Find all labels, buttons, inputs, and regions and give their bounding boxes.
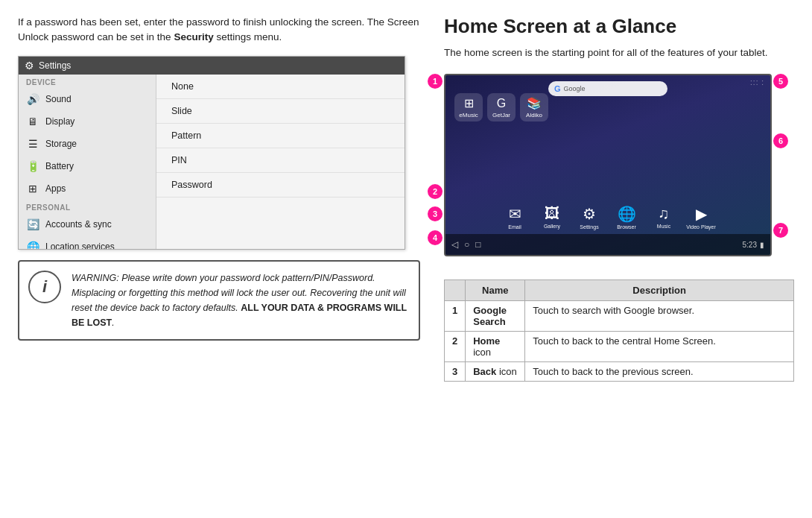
name-col-header: Name xyxy=(466,280,525,301)
tablet-nav-icons: ◁ ○ □ xyxy=(451,239,481,250)
callout-3: 3 xyxy=(428,206,443,221)
settings-item-apps[interactable]: ⊞ Apps xyxy=(19,177,156,200)
row-num-2: 2 xyxy=(445,332,466,362)
table-row: 2 Home icon Touch to back to the central… xyxy=(445,332,794,362)
storage-label: Storage xyxy=(45,139,77,149)
callout-4: 4 xyxy=(428,230,443,245)
left-column: If a password has been set, enter the pa… xyxy=(18,15,420,503)
sound-label: Sound xyxy=(45,94,72,104)
callout-7: 7 xyxy=(773,223,788,238)
settings-item-display[interactable]: 🖥 Display xyxy=(19,110,156,133)
row-desc-2: Touch to back to the central Home Screen… xyxy=(525,332,794,362)
page-title: Home Screen at a Glance xyxy=(444,15,794,38)
display-label: Display xyxy=(45,116,74,127)
callout-5: 5 xyxy=(773,74,788,89)
section-subtext: The home screen is the starting point fo… xyxy=(444,45,794,60)
settings-screenshot: ⚙ Settings DEVICE 🔊 Sound 🖥 Display xyxy=(18,56,405,250)
email-app-icon: ✉ Email xyxy=(499,201,530,233)
row-num-1: 1 xyxy=(445,301,466,332)
row-name-3: Back icon xyxy=(466,362,525,382)
settings-item-battery[interactable]: 🔋 Battery xyxy=(19,155,156,177)
intro-paragraph: If a password has been set, enter the pa… xyxy=(18,15,420,45)
settings-sidebar: DEVICE 🔊 Sound 🖥 Display ☰ Storage 🔋 xyxy=(19,75,156,250)
tablet-back-icon: ◁ xyxy=(451,239,458,250)
google-search-text: Google xyxy=(564,85,586,92)
settings-item-storage[interactable]: ☰ Storage xyxy=(19,133,156,155)
info-icon: i xyxy=(28,271,61,303)
emusic-icon: ⊞ eMusic xyxy=(454,93,483,121)
apps-label: Apps xyxy=(45,183,66,194)
grid-dots: ::: : xyxy=(750,78,764,86)
settings-title: Settings xyxy=(39,60,71,71)
location-icon: 🌐 xyxy=(26,241,39,250)
settings-titlebar: ⚙ Settings xyxy=(19,57,405,75)
desc-col-header: Description xyxy=(525,280,794,301)
row-desc-3: Touch to back to the previous screen. xyxy=(525,362,794,382)
video-player-app-icon: ▶ Video Player xyxy=(685,201,717,233)
tablet-bottom-bar: ◁ ○ □ 5:23 ▮ xyxy=(445,234,770,255)
num-col-header xyxy=(445,280,466,301)
description-table: Name Description 1 Google Search Touch t… xyxy=(444,279,794,382)
sound-icon: 🔊 xyxy=(26,93,39,105)
aldiko-icon: 📚 Aldiko xyxy=(520,93,548,121)
browser-app-icon: 🌐 Browser xyxy=(611,201,642,233)
table-row: 3 Back icon Touch to back to the previou… xyxy=(445,362,794,382)
right-column: Home Screen at a Glance The home screen … xyxy=(444,15,794,503)
callout-2: 2 xyxy=(428,184,443,199)
settings-app-icon: ⚙ Settings xyxy=(574,201,605,233)
warning-box: i WARNING: Please write down your passwo… xyxy=(18,260,420,341)
tablet-status-right: 5:23 ▮ xyxy=(743,241,764,249)
settings-item-accounts[interactable]: 🔄 Accounts & sync xyxy=(19,213,156,236)
warning-text: WARNING: Please write down your password… xyxy=(72,271,410,330)
tablet-recents-icon: □ xyxy=(475,239,480,250)
battery-label: Battery xyxy=(45,161,74,171)
accounts-icon: 🔄 xyxy=(26,218,39,230)
option-slide[interactable]: Slide xyxy=(156,99,405,124)
tablet-clock: 5:23 xyxy=(743,241,757,249)
google-g-letter: G xyxy=(554,84,561,93)
option-none[interactable]: None xyxy=(156,75,405,99)
table-row: 1 Google Search Touch to search with Goo… xyxy=(445,301,794,332)
settings-options-panel: None Slide Pattern PIN Password xyxy=(156,75,405,250)
app-icons-bottom-row: ✉ Email 🖼 Gallery ⚙ Settings 🌐 Browser xyxy=(451,201,764,233)
tablet-screen: G Google ::: : ⊞ eMusic G GetJar 📚 xyxy=(444,74,772,256)
settings-body: DEVICE 🔊 Sound 🖥 Display ☰ Storage 🔋 xyxy=(19,75,405,250)
gallery-app-icon: 🖼 Gallery xyxy=(536,201,568,233)
row-name-2: Home icon xyxy=(466,332,525,362)
display-icon: 🖥 xyxy=(26,116,39,127)
storage-icon: ☰ xyxy=(26,138,39,150)
battery-icon: 🔋 xyxy=(26,160,39,172)
location-label: Location services xyxy=(45,241,115,250)
callout-1: 1 xyxy=(428,74,443,89)
row-num-3: 3 xyxy=(445,362,466,382)
tablet-battery: ▮ xyxy=(760,241,764,249)
apps-icon: ⊞ xyxy=(26,183,39,195)
option-pattern[interactable]: Pattern xyxy=(156,124,405,148)
callout-6: 6 xyxy=(773,133,788,148)
app-icons-top-row: ⊞ eMusic G GetJar 📚 Aldiko xyxy=(454,93,761,121)
music-app-icon: ♫ Music xyxy=(648,201,679,233)
settings-item-location[interactable]: 🌐 Location services xyxy=(19,236,156,250)
settings-item-sound[interactable]: 🔊 Sound xyxy=(19,88,156,110)
settings-titlebar-icon: ⚙ xyxy=(25,60,34,72)
getjar-icon: G GetJar xyxy=(487,93,516,121)
tablet-diagram: 1 2 3 4 5 6 7 G Google ::: : xyxy=(444,74,772,268)
row-desc-1: Touch to search with Google browser. xyxy=(525,301,794,332)
accounts-label: Accounts & sync xyxy=(45,219,112,230)
option-password[interactable]: Password xyxy=(156,173,405,198)
tablet-home-icon: ○ xyxy=(464,239,469,250)
device-group-label: DEVICE xyxy=(19,75,156,88)
option-pin[interactable]: PIN xyxy=(156,148,405,173)
personal-group-label: PERSONAL xyxy=(19,200,156,213)
row-name-1: Google Search xyxy=(466,301,525,332)
